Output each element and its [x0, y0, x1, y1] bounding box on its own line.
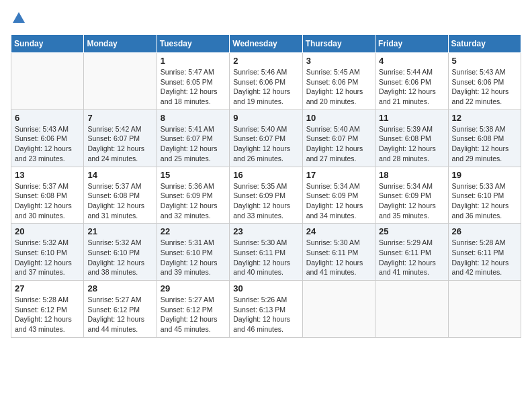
day-number: 2 — [233, 56, 298, 66]
day-number: 4 — [379, 56, 444, 66]
calendar-cell: 9Sunrise: 5:40 AM Sunset: 6:07 PM Daylig… — [230, 109, 302, 167]
day-number: 23 — [233, 226, 298, 236]
day-number: 10 — [306, 113, 371, 123]
day-number: 19 — [452, 170, 517, 180]
calendar-cell: 10Sunrise: 5:40 AM Sunset: 6:07 PM Dayli… — [302, 109, 375, 167]
calendar-cell: 29Sunrise: 5:27 AM Sunset: 6:12 PM Dayli… — [157, 281, 229, 338]
day-number: 28 — [87, 283, 152, 293]
page-header — [11, 11, 521, 26]
cell-info: Sunrise: 5:26 AM Sunset: 6:13 PM Dayligh… — [233, 295, 298, 334]
calendar-cell: 12Sunrise: 5:38 AM Sunset: 6:08 PM Dayli… — [448, 109, 521, 167]
day-number: 21 — [87, 226, 152, 236]
day-number: 14 — [87, 170, 152, 180]
day-number: 13 — [15, 170, 80, 180]
calendar-cell — [302, 281, 375, 338]
cell-info: Sunrise: 5:27 AM Sunset: 6:12 PM Dayligh… — [161, 295, 226, 334]
calendar-cell: 20Sunrise: 5:32 AM Sunset: 6:10 PM Dayli… — [11, 224, 84, 281]
week-row-4: 20Sunrise: 5:32 AM Sunset: 6:10 PM Dayli… — [11, 224, 521, 281]
cell-info: Sunrise: 5:40 AM Sunset: 6:07 PM Dayligh… — [306, 124, 371, 164]
week-row-1: 1Sunrise: 5:47 AM Sunset: 6:05 PM Daylig… — [11, 53, 521, 110]
cell-info: Sunrise: 5:37 AM Sunset: 6:08 PM Dayligh… — [15, 181, 80, 221]
day-number: 26 — [452, 226, 517, 236]
calendar-cell: 2Sunrise: 5:46 AM Sunset: 6:06 PM Daylig… — [230, 53, 302, 110]
logo — [11, 11, 25, 26]
day-number: 24 — [306, 226, 371, 236]
cell-info: Sunrise: 5:27 AM Sunset: 6:12 PM Dayligh… — [87, 295, 152, 334]
column-header-friday: Friday — [375, 35, 448, 53]
calendar-cell: 30Sunrise: 5:26 AM Sunset: 6:13 PM Dayli… — [230, 281, 302, 338]
calendar-body: 1Sunrise: 5:47 AM Sunset: 6:05 PM Daylig… — [11, 53, 521, 338]
day-number: 8 — [161, 113, 226, 123]
calendar-header: SundayMondayTuesdayWednesdayThursdayFrid… — [11, 35, 521, 53]
week-row-3: 13Sunrise: 5:37 AM Sunset: 6:08 PM Dayli… — [11, 167, 521, 224]
calendar-cell: 22Sunrise: 5:31 AM Sunset: 6:10 PM Dayli… — [157, 224, 229, 281]
calendar-cell — [11, 53, 84, 110]
column-header-sunday: Sunday — [11, 35, 84, 53]
calendar-cell: 26Sunrise: 5:28 AM Sunset: 6:11 PM Dayli… — [448, 224, 521, 281]
day-number: 20 — [15, 226, 80, 236]
cell-info: Sunrise: 5:44 AM Sunset: 6:06 PM Dayligh… — [379, 67, 444, 107]
svg-marker-0 — [13, 12, 25, 23]
calendar-cell: 14Sunrise: 5:37 AM Sunset: 6:08 PM Dayli… — [84, 167, 157, 224]
calendar-cell — [375, 281, 448, 338]
calendar-cell: 23Sunrise: 5:30 AM Sunset: 6:11 PM Dayli… — [230, 224, 302, 281]
cell-info: Sunrise: 5:43 AM Sunset: 6:06 PM Dayligh… — [15, 124, 80, 164]
calendar-cell: 25Sunrise: 5:29 AM Sunset: 6:11 PM Dayli… — [375, 224, 448, 281]
day-number: 1 — [161, 56, 226, 66]
cell-info: Sunrise: 5:47 AM Sunset: 6:05 PM Dayligh… — [161, 67, 226, 107]
calendar-cell: 18Sunrise: 5:34 AM Sunset: 6:09 PM Dayli… — [375, 167, 448, 224]
calendar-cell: 1Sunrise: 5:47 AM Sunset: 6:05 PM Daylig… — [157, 53, 229, 110]
calendar-table: SundayMondayTuesdayWednesdayThursdayFrid… — [11, 34, 521, 338]
day-number: 3 — [306, 56, 371, 66]
calendar-cell: 19Sunrise: 5:33 AM Sunset: 6:10 PM Dayli… — [448, 167, 521, 224]
calendar-cell: 15Sunrise: 5:36 AM Sunset: 6:09 PM Dayli… — [157, 167, 229, 224]
cell-info: Sunrise: 5:46 AM Sunset: 6:06 PM Dayligh… — [233, 67, 298, 107]
calendar-cell: 7Sunrise: 5:42 AM Sunset: 6:07 PM Daylig… — [84, 109, 157, 167]
cell-info: Sunrise: 5:32 AM Sunset: 6:10 PM Dayligh… — [15, 238, 80, 277]
calendar-cell: 21Sunrise: 5:32 AM Sunset: 6:10 PM Dayli… — [84, 224, 157, 281]
day-number: 30 — [233, 283, 298, 293]
calendar-cell: 3Sunrise: 5:45 AM Sunset: 6:06 PM Daylig… — [302, 53, 375, 110]
column-header-monday: Monday — [84, 35, 157, 53]
calendar-cell — [448, 281, 521, 338]
calendar-cell: 28Sunrise: 5:27 AM Sunset: 6:12 PM Dayli… — [84, 281, 157, 338]
cell-info: Sunrise: 5:45 AM Sunset: 6:06 PM Dayligh… — [306, 67, 371, 107]
day-number: 6 — [15, 113, 80, 123]
day-number: 22 — [161, 226, 226, 236]
calendar-cell: 6Sunrise: 5:43 AM Sunset: 6:06 PM Daylig… — [11, 109, 84, 167]
column-header-wednesday: Wednesday — [230, 35, 302, 53]
column-header-thursday: Thursday — [302, 35, 375, 53]
cell-info: Sunrise: 5:31 AM Sunset: 6:10 PM Dayligh… — [161, 238, 226, 277]
cell-info: Sunrise: 5:40 AM Sunset: 6:07 PM Dayligh… — [233, 124, 298, 164]
cell-info: Sunrise: 5:36 AM Sunset: 6:09 PM Dayligh… — [161, 181, 226, 221]
cell-info: Sunrise: 5:39 AM Sunset: 6:08 PM Dayligh… — [379, 124, 444, 164]
day-number: 5 — [452, 56, 517, 66]
cell-info: Sunrise: 5:30 AM Sunset: 6:11 PM Dayligh… — [306, 238, 371, 277]
calendar-cell: 27Sunrise: 5:28 AM Sunset: 6:12 PM Dayli… — [11, 281, 84, 338]
cell-info: Sunrise: 5:34 AM Sunset: 6:09 PM Dayligh… — [379, 181, 444, 221]
day-number: 17 — [306, 170, 371, 180]
cell-info: Sunrise: 5:28 AM Sunset: 6:11 PM Dayligh… — [452, 238, 517, 277]
calendar-cell: 24Sunrise: 5:30 AM Sunset: 6:11 PM Dayli… — [302, 224, 375, 281]
day-number: 18 — [379, 170, 444, 180]
week-row-2: 6Sunrise: 5:43 AM Sunset: 6:06 PM Daylig… — [11, 109, 521, 167]
logo-arrow-icon — [13, 12, 25, 23]
calendar-cell: 8Sunrise: 5:41 AM Sunset: 6:07 PM Daylig… — [157, 109, 229, 167]
column-header-saturday: Saturday — [448, 35, 521, 53]
calendar-cell: 5Sunrise: 5:43 AM Sunset: 6:06 PM Daylig… — [448, 53, 521, 110]
cell-info: Sunrise: 5:30 AM Sunset: 6:11 PM Dayligh… — [233, 238, 298, 277]
cell-info: Sunrise: 5:38 AM Sunset: 6:08 PM Dayligh… — [452, 124, 517, 164]
day-number: 27 — [15, 283, 80, 293]
header-row: SundayMondayTuesdayWednesdayThursdayFrid… — [11, 35, 521, 53]
week-row-5: 27Sunrise: 5:28 AM Sunset: 6:12 PM Dayli… — [11, 281, 521, 338]
cell-info: Sunrise: 5:42 AM Sunset: 6:07 PM Dayligh… — [87, 124, 152, 164]
cell-info: Sunrise: 5:43 AM Sunset: 6:06 PM Dayligh… — [452, 67, 517, 107]
cell-info: Sunrise: 5:32 AM Sunset: 6:10 PM Dayligh… — [87, 238, 152, 277]
day-number: 29 — [161, 283, 226, 293]
day-number: 25 — [379, 226, 444, 236]
cell-info: Sunrise: 5:29 AM Sunset: 6:11 PM Dayligh… — [379, 238, 444, 277]
cell-info: Sunrise: 5:35 AM Sunset: 6:09 PM Dayligh… — [233, 181, 298, 221]
cell-info: Sunrise: 5:33 AM Sunset: 6:10 PM Dayligh… — [452, 181, 517, 221]
calendar-cell: 13Sunrise: 5:37 AM Sunset: 6:08 PM Dayli… — [11, 167, 84, 224]
cell-info: Sunrise: 5:34 AM Sunset: 6:09 PM Dayligh… — [306, 181, 371, 221]
